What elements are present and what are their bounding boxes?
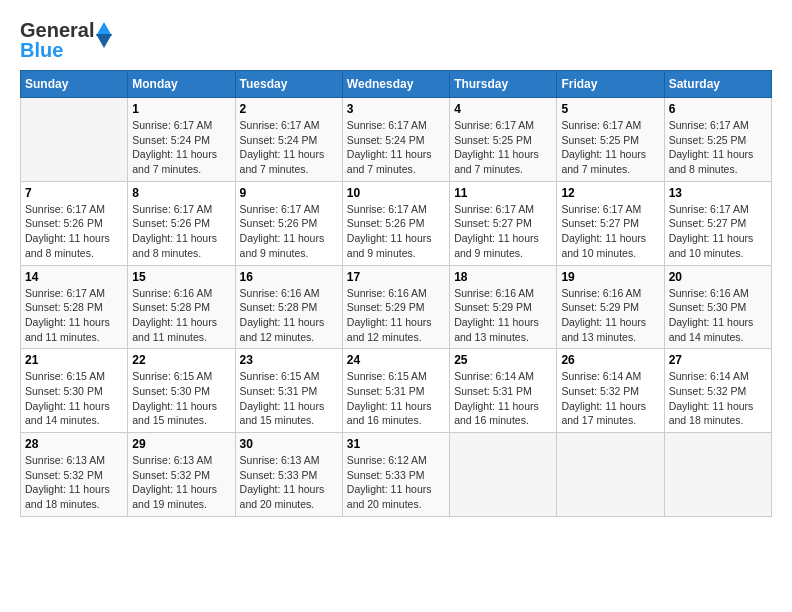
weekday-header-row: SundayMondayTuesdayWednesdayThursdayFrid…: [21, 71, 772, 98]
day-number: 6: [669, 102, 767, 116]
day-number: 7: [25, 186, 123, 200]
logo: General Blue: [20, 20, 94, 60]
calendar-cell: 6Sunrise: 6:17 AMSunset: 5:25 PMDaylight…: [664, 98, 771, 182]
day-info: Sunrise: 6:16 AMSunset: 5:29 PMDaylight:…: [561, 286, 659, 345]
day-info: Sunrise: 6:17 AMSunset: 5:25 PMDaylight:…: [454, 118, 552, 177]
day-info: Sunrise: 6:14 AMSunset: 5:32 PMDaylight:…: [561, 369, 659, 428]
day-number: 19: [561, 270, 659, 284]
day-info: Sunrise: 6:15 AMSunset: 5:31 PMDaylight:…: [240, 369, 338, 428]
day-info: Sunrise: 6:16 AMSunset: 5:30 PMDaylight:…: [669, 286, 767, 345]
day-info: Sunrise: 6:14 AMSunset: 5:31 PMDaylight:…: [454, 369, 552, 428]
logo-text-blue: Blue: [20, 40, 63, 60]
calendar-cell: 22Sunrise: 6:15 AMSunset: 5:30 PMDayligh…: [128, 349, 235, 433]
logo-wrap: General Blue: [20, 20, 94, 60]
calendar-cell: 18Sunrise: 6:16 AMSunset: 5:29 PMDayligh…: [450, 265, 557, 349]
calendar-week-row: 14Sunrise: 6:17 AMSunset: 5:28 PMDayligh…: [21, 265, 772, 349]
day-number: 26: [561, 353, 659, 367]
calendar-body: 1Sunrise: 6:17 AMSunset: 5:24 PMDaylight…: [21, 98, 772, 517]
weekday-header-cell: Wednesday: [342, 71, 449, 98]
day-info: Sunrise: 6:17 AMSunset: 5:26 PMDaylight:…: [132, 202, 230, 261]
calendar-cell: 25Sunrise: 6:14 AMSunset: 5:31 PMDayligh…: [450, 349, 557, 433]
day-info: Sunrise: 6:17 AMSunset: 5:25 PMDaylight:…: [669, 118, 767, 177]
day-info: Sunrise: 6:17 AMSunset: 5:26 PMDaylight:…: [347, 202, 445, 261]
weekday-header-cell: Thursday: [450, 71, 557, 98]
calendar-cell: 27Sunrise: 6:14 AMSunset: 5:32 PMDayligh…: [664, 349, 771, 433]
calendar-cell: 8Sunrise: 6:17 AMSunset: 5:26 PMDaylight…: [128, 181, 235, 265]
weekday-header-cell: Friday: [557, 71, 664, 98]
weekday-header-cell: Tuesday: [235, 71, 342, 98]
day-info: Sunrise: 6:12 AMSunset: 5:33 PMDaylight:…: [347, 453, 445, 512]
calendar-cell: 2Sunrise: 6:17 AMSunset: 5:24 PMDaylight…: [235, 98, 342, 182]
calendar-cell: 28Sunrise: 6:13 AMSunset: 5:32 PMDayligh…: [21, 433, 128, 517]
calendar-cell: 3Sunrise: 6:17 AMSunset: 5:24 PMDaylight…: [342, 98, 449, 182]
calendar-cell: 30Sunrise: 6:13 AMSunset: 5:33 PMDayligh…: [235, 433, 342, 517]
calendar-cell: 21Sunrise: 6:15 AMSunset: 5:30 PMDayligh…: [21, 349, 128, 433]
calendar-cell: 23Sunrise: 6:15 AMSunset: 5:31 PMDayligh…: [235, 349, 342, 433]
weekday-header-cell: Sunday: [21, 71, 128, 98]
day-number: 10: [347, 186, 445, 200]
day-info: Sunrise: 6:14 AMSunset: 5:32 PMDaylight:…: [669, 369, 767, 428]
calendar-cell: 10Sunrise: 6:17 AMSunset: 5:26 PMDayligh…: [342, 181, 449, 265]
day-info: Sunrise: 6:17 AMSunset: 5:26 PMDaylight:…: [240, 202, 338, 261]
calendar-cell: 5Sunrise: 6:17 AMSunset: 5:25 PMDaylight…: [557, 98, 664, 182]
day-number: 20: [669, 270, 767, 284]
day-info: Sunrise: 6:13 AMSunset: 5:33 PMDaylight:…: [240, 453, 338, 512]
calendar-cell: 26Sunrise: 6:14 AMSunset: 5:32 PMDayligh…: [557, 349, 664, 433]
calendar-cell: 29Sunrise: 6:13 AMSunset: 5:32 PMDayligh…: [128, 433, 235, 517]
day-info: Sunrise: 6:17 AMSunset: 5:26 PMDaylight:…: [25, 202, 123, 261]
day-number: 14: [25, 270, 123, 284]
day-info: Sunrise: 6:15 AMSunset: 5:30 PMDaylight:…: [25, 369, 123, 428]
day-info: Sunrise: 6:17 AMSunset: 5:28 PMDaylight:…: [25, 286, 123, 345]
day-info: Sunrise: 6:16 AMSunset: 5:29 PMDaylight:…: [347, 286, 445, 345]
day-number: 29: [132, 437, 230, 451]
day-number: 18: [454, 270, 552, 284]
day-number: 23: [240, 353, 338, 367]
calendar-table: SundayMondayTuesdayWednesdayThursdayFrid…: [20, 70, 772, 517]
calendar-cell: [450, 433, 557, 517]
day-number: 11: [454, 186, 552, 200]
page-header: General Blue: [20, 20, 772, 60]
day-number: 30: [240, 437, 338, 451]
day-number: 13: [669, 186, 767, 200]
day-number: 25: [454, 353, 552, 367]
day-info: Sunrise: 6:17 AMSunset: 5:24 PMDaylight:…: [347, 118, 445, 177]
day-info: Sunrise: 6:17 AMSunset: 5:27 PMDaylight:…: [669, 202, 767, 261]
calendar-cell: 11Sunrise: 6:17 AMSunset: 5:27 PMDayligh…: [450, 181, 557, 265]
day-number: 1: [132, 102, 230, 116]
calendar-cell: [557, 433, 664, 517]
day-info: Sunrise: 6:13 AMSunset: 5:32 PMDaylight:…: [25, 453, 123, 512]
calendar-cell: 9Sunrise: 6:17 AMSunset: 5:26 PMDaylight…: [235, 181, 342, 265]
day-number: 28: [25, 437, 123, 451]
calendar-cell: 17Sunrise: 6:16 AMSunset: 5:29 PMDayligh…: [342, 265, 449, 349]
day-info: Sunrise: 6:17 AMSunset: 5:27 PMDaylight:…: [561, 202, 659, 261]
day-number: 31: [347, 437, 445, 451]
day-info: Sunrise: 6:15 AMSunset: 5:31 PMDaylight:…: [347, 369, 445, 428]
day-number: 27: [669, 353, 767, 367]
calendar-cell: 24Sunrise: 6:15 AMSunset: 5:31 PMDayligh…: [342, 349, 449, 433]
day-number: 8: [132, 186, 230, 200]
calendar-cell: 12Sunrise: 6:17 AMSunset: 5:27 PMDayligh…: [557, 181, 664, 265]
weekday-header-cell: Monday: [128, 71, 235, 98]
day-number: 9: [240, 186, 338, 200]
calendar-week-row: 7Sunrise: 6:17 AMSunset: 5:26 PMDaylight…: [21, 181, 772, 265]
day-number: 24: [347, 353, 445, 367]
day-info: Sunrise: 6:16 AMSunset: 5:28 PMDaylight:…: [240, 286, 338, 345]
day-number: 12: [561, 186, 659, 200]
day-info: Sunrise: 6:16 AMSunset: 5:28 PMDaylight:…: [132, 286, 230, 345]
day-info: Sunrise: 6:17 AMSunset: 5:27 PMDaylight:…: [454, 202, 552, 261]
day-number: 2: [240, 102, 338, 116]
day-info: Sunrise: 6:15 AMSunset: 5:30 PMDaylight:…: [132, 369, 230, 428]
logo-triangle-down: [96, 34, 112, 48]
calendar-cell: 31Sunrise: 6:12 AMSunset: 5:33 PMDayligh…: [342, 433, 449, 517]
calendar-cell: 14Sunrise: 6:17 AMSunset: 5:28 PMDayligh…: [21, 265, 128, 349]
calendar-cell: 20Sunrise: 6:16 AMSunset: 5:30 PMDayligh…: [664, 265, 771, 349]
day-number: 21: [25, 353, 123, 367]
day-info: Sunrise: 6:17 AMSunset: 5:24 PMDaylight:…: [240, 118, 338, 177]
day-number: 3: [347, 102, 445, 116]
day-number: 15: [132, 270, 230, 284]
calendar-week-row: 21Sunrise: 6:15 AMSunset: 5:30 PMDayligh…: [21, 349, 772, 433]
weekday-header-cell: Saturday: [664, 71, 771, 98]
calendar-cell: 7Sunrise: 6:17 AMSunset: 5:26 PMDaylight…: [21, 181, 128, 265]
day-info: Sunrise: 6:17 AMSunset: 5:24 PMDaylight:…: [132, 118, 230, 177]
calendar-cell: 1Sunrise: 6:17 AMSunset: 5:24 PMDaylight…: [128, 98, 235, 182]
